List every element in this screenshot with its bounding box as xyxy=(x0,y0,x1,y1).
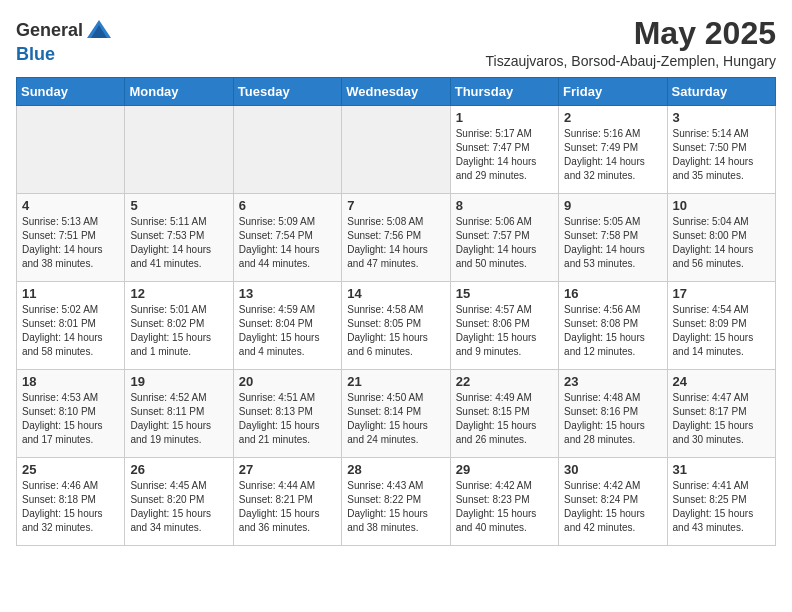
day-number: 20 xyxy=(239,374,336,389)
day-info: Sunrise: 5:11 AM Sunset: 7:53 PM Dayligh… xyxy=(130,215,227,271)
day-number: 26 xyxy=(130,462,227,477)
day-info: Sunrise: 4:51 AM Sunset: 8:13 PM Dayligh… xyxy=(239,391,336,447)
col-header-tuesday: Tuesday xyxy=(233,78,341,106)
day-number: 9 xyxy=(564,198,661,213)
day-number: 25 xyxy=(22,462,119,477)
day-number: 16 xyxy=(564,286,661,301)
day-info: Sunrise: 5:09 AM Sunset: 7:54 PM Dayligh… xyxy=(239,215,336,271)
day-number: 22 xyxy=(456,374,553,389)
week-row-2: 4Sunrise: 5:13 AM Sunset: 7:51 PM Daylig… xyxy=(17,194,776,282)
day-cell: 10Sunrise: 5:04 AM Sunset: 8:00 PM Dayli… xyxy=(667,194,775,282)
day-cell: 4Sunrise: 5:13 AM Sunset: 7:51 PM Daylig… xyxy=(17,194,125,282)
day-number: 1 xyxy=(456,110,553,125)
day-cell: 29Sunrise: 4:42 AM Sunset: 8:23 PM Dayli… xyxy=(450,458,558,546)
day-info: Sunrise: 5:02 AM Sunset: 8:01 PM Dayligh… xyxy=(22,303,119,359)
day-info: Sunrise: 5:14 AM Sunset: 7:50 PM Dayligh… xyxy=(673,127,770,183)
day-info: Sunrise: 4:45 AM Sunset: 8:20 PM Dayligh… xyxy=(130,479,227,535)
day-number: 7 xyxy=(347,198,444,213)
col-header-thursday: Thursday xyxy=(450,78,558,106)
day-cell: 6Sunrise: 5:09 AM Sunset: 7:54 PM Daylig… xyxy=(233,194,341,282)
week-row-4: 18Sunrise: 4:53 AM Sunset: 8:10 PM Dayli… xyxy=(17,370,776,458)
day-info: Sunrise: 4:49 AM Sunset: 8:15 PM Dayligh… xyxy=(456,391,553,447)
day-cell: 8Sunrise: 5:06 AM Sunset: 7:57 PM Daylig… xyxy=(450,194,558,282)
header-row: SundayMondayTuesdayWednesdayThursdayFrid… xyxy=(17,78,776,106)
day-info: Sunrise: 5:13 AM Sunset: 7:51 PM Dayligh… xyxy=(22,215,119,271)
calendar-subtitle: Tiszaujvaros, Borsod-Abauj-Zemplen, Hung… xyxy=(486,53,777,69)
day-info: Sunrise: 4:56 AM Sunset: 8:08 PM Dayligh… xyxy=(564,303,661,359)
day-number: 13 xyxy=(239,286,336,301)
day-cell: 21Sunrise: 4:50 AM Sunset: 8:14 PM Dayli… xyxy=(342,370,450,458)
day-info: Sunrise: 4:48 AM Sunset: 8:16 PM Dayligh… xyxy=(564,391,661,447)
day-cell: 24Sunrise: 4:47 AM Sunset: 8:17 PM Dayli… xyxy=(667,370,775,458)
day-info: Sunrise: 4:41 AM Sunset: 8:25 PM Dayligh… xyxy=(673,479,770,535)
day-number: 18 xyxy=(22,374,119,389)
day-number: 15 xyxy=(456,286,553,301)
day-cell: 22Sunrise: 4:49 AM Sunset: 8:15 PM Dayli… xyxy=(450,370,558,458)
day-cell xyxy=(233,106,341,194)
day-info: Sunrise: 5:04 AM Sunset: 8:00 PM Dayligh… xyxy=(673,215,770,271)
day-cell: 28Sunrise: 4:43 AM Sunset: 8:22 PM Dayli… xyxy=(342,458,450,546)
day-info: Sunrise: 4:47 AM Sunset: 8:17 PM Dayligh… xyxy=(673,391,770,447)
day-info: Sunrise: 4:57 AM Sunset: 8:06 PM Dayligh… xyxy=(456,303,553,359)
day-info: Sunrise: 4:53 AM Sunset: 8:10 PM Dayligh… xyxy=(22,391,119,447)
col-header-sunday: Sunday xyxy=(17,78,125,106)
day-number: 28 xyxy=(347,462,444,477)
day-number: 2 xyxy=(564,110,661,125)
day-cell: 12Sunrise: 5:01 AM Sunset: 8:02 PM Dayli… xyxy=(125,282,233,370)
day-cell: 5Sunrise: 5:11 AM Sunset: 7:53 PM Daylig… xyxy=(125,194,233,282)
day-cell: 14Sunrise: 4:58 AM Sunset: 8:05 PM Dayli… xyxy=(342,282,450,370)
day-cell: 18Sunrise: 4:53 AM Sunset: 8:10 PM Dayli… xyxy=(17,370,125,458)
day-cell: 3Sunrise: 5:14 AM Sunset: 7:50 PM Daylig… xyxy=(667,106,775,194)
col-header-wednesday: Wednesday xyxy=(342,78,450,106)
day-number: 17 xyxy=(673,286,770,301)
day-info: Sunrise: 5:06 AM Sunset: 7:57 PM Dayligh… xyxy=(456,215,553,271)
day-number: 23 xyxy=(564,374,661,389)
calendar-title: May 2025 xyxy=(486,16,777,51)
logo-icon xyxy=(85,16,113,44)
day-info: Sunrise: 5:08 AM Sunset: 7:56 PM Dayligh… xyxy=(347,215,444,271)
day-cell: 1Sunrise: 5:17 AM Sunset: 7:47 PM Daylig… xyxy=(450,106,558,194)
week-row-5: 25Sunrise: 4:46 AM Sunset: 8:18 PM Dayli… xyxy=(17,458,776,546)
day-number: 8 xyxy=(456,198,553,213)
day-number: 4 xyxy=(22,198,119,213)
day-info: Sunrise: 4:44 AM Sunset: 8:21 PM Dayligh… xyxy=(239,479,336,535)
day-cell: 9Sunrise: 5:05 AM Sunset: 7:58 PM Daylig… xyxy=(559,194,667,282)
day-cell: 15Sunrise: 4:57 AM Sunset: 8:06 PM Dayli… xyxy=(450,282,558,370)
col-header-saturday: Saturday xyxy=(667,78,775,106)
day-cell: 31Sunrise: 4:41 AM Sunset: 8:25 PM Dayli… xyxy=(667,458,775,546)
day-number: 31 xyxy=(673,462,770,477)
day-cell: 27Sunrise: 4:44 AM Sunset: 8:21 PM Dayli… xyxy=(233,458,341,546)
day-number: 5 xyxy=(130,198,227,213)
day-info: Sunrise: 5:01 AM Sunset: 8:02 PM Dayligh… xyxy=(130,303,227,359)
day-cell: 16Sunrise: 4:56 AM Sunset: 8:08 PM Dayli… xyxy=(559,282,667,370)
day-cell: 7Sunrise: 5:08 AM Sunset: 7:56 PM Daylig… xyxy=(342,194,450,282)
day-cell: 17Sunrise: 4:54 AM Sunset: 8:09 PM Dayli… xyxy=(667,282,775,370)
day-cell xyxy=(342,106,450,194)
logo: General Blue xyxy=(16,16,113,65)
day-number: 11 xyxy=(22,286,119,301)
calendar-table: SundayMondayTuesdayWednesdayThursdayFrid… xyxy=(16,77,776,546)
day-info: Sunrise: 5:05 AM Sunset: 7:58 PM Dayligh… xyxy=(564,215,661,271)
day-info: Sunrise: 4:50 AM Sunset: 8:14 PM Dayligh… xyxy=(347,391,444,447)
day-info: Sunrise: 4:43 AM Sunset: 8:22 PM Dayligh… xyxy=(347,479,444,535)
day-number: 12 xyxy=(130,286,227,301)
day-cell: 20Sunrise: 4:51 AM Sunset: 8:13 PM Dayli… xyxy=(233,370,341,458)
day-number: 21 xyxy=(347,374,444,389)
day-cell xyxy=(17,106,125,194)
day-cell: 2Sunrise: 5:16 AM Sunset: 7:49 PM Daylig… xyxy=(559,106,667,194)
day-number: 14 xyxy=(347,286,444,301)
day-info: Sunrise: 4:46 AM Sunset: 8:18 PM Dayligh… xyxy=(22,479,119,535)
day-cell: 23Sunrise: 4:48 AM Sunset: 8:16 PM Dayli… xyxy=(559,370,667,458)
week-row-3: 11Sunrise: 5:02 AM Sunset: 8:01 PM Dayli… xyxy=(17,282,776,370)
col-header-friday: Friday xyxy=(559,78,667,106)
day-cell: 26Sunrise: 4:45 AM Sunset: 8:20 PM Dayli… xyxy=(125,458,233,546)
day-info: Sunrise: 4:52 AM Sunset: 8:11 PM Dayligh… xyxy=(130,391,227,447)
day-info: Sunrise: 4:59 AM Sunset: 8:04 PM Dayligh… xyxy=(239,303,336,359)
day-info: Sunrise: 4:54 AM Sunset: 8:09 PM Dayligh… xyxy=(673,303,770,359)
day-cell: 13Sunrise: 4:59 AM Sunset: 8:04 PM Dayli… xyxy=(233,282,341,370)
day-info: Sunrise: 4:58 AM Sunset: 8:05 PM Dayligh… xyxy=(347,303,444,359)
title-area: May 2025 Tiszaujvaros, Borsod-Abauj-Zemp… xyxy=(486,16,777,69)
week-row-1: 1Sunrise: 5:17 AM Sunset: 7:47 PM Daylig… xyxy=(17,106,776,194)
day-info: Sunrise: 4:42 AM Sunset: 8:24 PM Dayligh… xyxy=(564,479,661,535)
logo-blue: Blue xyxy=(16,44,113,65)
